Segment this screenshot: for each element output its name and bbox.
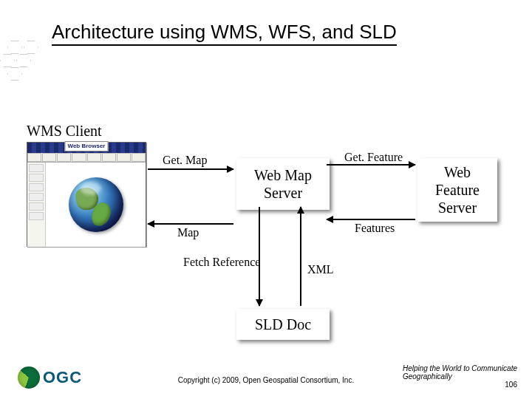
- globe-icon: [69, 177, 123, 232]
- arrow-xml: [300, 207, 301, 306]
- sld-doc-box: SLD Doc: [236, 309, 330, 340]
- browser-sidebar: [27, 163, 46, 247]
- label-getfeature: Get. Feature: [344, 151, 403, 164]
- browser-title: Web Browser: [65, 141, 109, 151]
- label-xml: XML: [307, 263, 334, 276]
- web-map-server-box: Web Map Server: [236, 158, 330, 210]
- browser-toolbar: [27, 153, 146, 163]
- label-getmap: Get. Map: [163, 154, 207, 167]
- web-browser-window: Web Browser: [27, 142, 146, 247]
- hex-decor: [0, 41, 52, 85]
- tagline: Helping the World to Communicate Geograp…: [403, 364, 517, 389]
- label-features: Features: [355, 222, 395, 235]
- slide-title: Architecture using WMS, WFS, and SLD: [52, 21, 397, 46]
- arrow-getfeature: [327, 164, 415, 166]
- arrow-features: [327, 219, 415, 220]
- arrow-getmap: [148, 168, 233, 170]
- wms-client-label: WMS Client: [27, 123, 102, 140]
- label-map: Map: [177, 226, 199, 239]
- arrow-map: [148, 223, 233, 225]
- page-number: 106: [403, 381, 517, 389]
- label-fetchref: Fetch Reference: [183, 256, 260, 269]
- web-feature-server-box: Web Feature Server: [417, 158, 497, 222]
